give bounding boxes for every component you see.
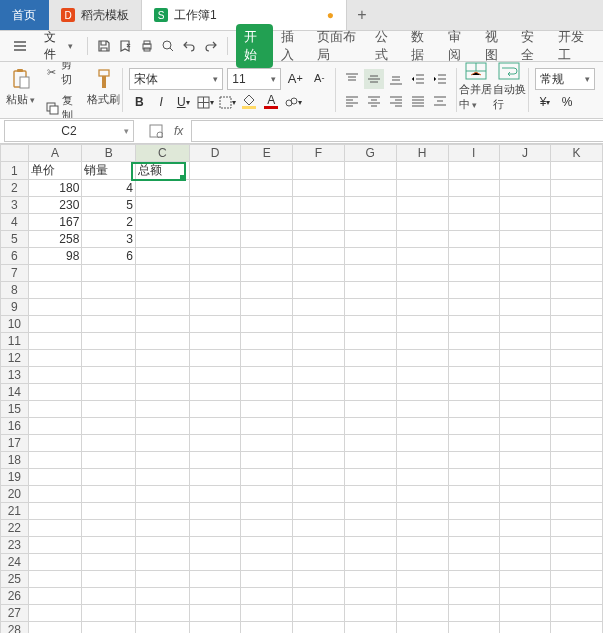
cell-E16[interactable]: [241, 418, 293, 435]
cell-F1[interactable]: [293, 162, 345, 180]
cell-F24[interactable]: [293, 554, 345, 571]
align-left-button[interactable]: [342, 91, 362, 111]
cell-H20[interactable]: [396, 486, 448, 503]
cell-C25[interactable]: [136, 571, 190, 588]
cell-H11[interactable]: [396, 333, 448, 350]
cell-G9[interactable]: [344, 299, 396, 316]
cell-H4[interactable]: [396, 214, 448, 231]
cell-C26[interactable]: [136, 588, 190, 605]
print-preview-button[interactable]: [159, 36, 176, 56]
cell-B15[interactable]: [82, 401, 136, 418]
cell-C17[interactable]: [136, 435, 190, 452]
cell-A16[interactable]: [28, 418, 82, 435]
merge-center-button[interactable]: 合并居中: [459, 64, 493, 110]
cell-H28[interactable]: [396, 622, 448, 634]
row-header-2[interactable]: 2: [1, 180, 29, 197]
cell-G13[interactable]: [344, 367, 396, 384]
row-header-1[interactable]: 1: [1, 162, 29, 180]
cell-C20[interactable]: [136, 486, 190, 503]
cell-A17[interactable]: [28, 435, 82, 452]
decrease-indent-button[interactable]: [408, 69, 428, 89]
cell-G5[interactable]: [344, 231, 396, 248]
cell-D5[interactable]: [189, 231, 241, 248]
cell-A11[interactable]: [28, 333, 82, 350]
cell-H21[interactable]: [396, 503, 448, 520]
cell-G3[interactable]: [344, 197, 396, 214]
cell-I15[interactable]: [448, 401, 499, 418]
ribbon-tab-1[interactable]: 插入: [273, 24, 310, 68]
cell-D15[interactable]: [189, 401, 241, 418]
cell-J21[interactable]: [499, 503, 550, 520]
cell-A23[interactable]: [28, 537, 82, 554]
cell-J3[interactable]: [499, 197, 550, 214]
cell-C27[interactable]: [136, 605, 190, 622]
select-all-corner[interactable]: [1, 145, 29, 162]
percent-button[interactable]: %: [557, 92, 577, 112]
cell-H2[interactable]: [396, 180, 448, 197]
cell-E18[interactable]: [241, 452, 293, 469]
cell-E25[interactable]: [241, 571, 293, 588]
cell-K8[interactable]: [551, 282, 603, 299]
cell-A7[interactable]: [28, 265, 82, 282]
cell-H18[interactable]: [396, 452, 448, 469]
row-header-9[interactable]: 9: [1, 299, 29, 316]
cell-B8[interactable]: [82, 282, 136, 299]
cell-A26[interactable]: [28, 588, 82, 605]
cell-F25[interactable]: [293, 571, 345, 588]
align-bottom-button[interactable]: [386, 69, 406, 89]
cell-I8[interactable]: [448, 282, 499, 299]
undo-button[interactable]: [181, 36, 198, 56]
cell-A22[interactable]: [28, 520, 82, 537]
cell-E26[interactable]: [241, 588, 293, 605]
cell-B6[interactable]: 6: [82, 248, 136, 265]
cell-H14[interactable]: [396, 384, 448, 401]
cell-K23[interactable]: [551, 537, 603, 554]
cell-D27[interactable]: [189, 605, 241, 622]
cell-J23[interactable]: [499, 537, 550, 554]
cell-I11[interactable]: [448, 333, 499, 350]
cell-I12[interactable]: [448, 350, 499, 367]
cell-E14[interactable]: [241, 384, 293, 401]
cell-K22[interactable]: [551, 520, 603, 537]
cell-B3[interactable]: 5: [82, 197, 136, 214]
ribbon-tab-4[interactable]: 数据: [403, 24, 440, 68]
cell-A24[interactable]: [28, 554, 82, 571]
cell-G8[interactable]: [344, 282, 396, 299]
cell-B1[interactable]: 销量: [82, 162, 136, 180]
cell-J25[interactable]: [499, 571, 550, 588]
cell-J4[interactable]: [499, 214, 550, 231]
col-header-E[interactable]: E: [241, 145, 293, 162]
cell-G17[interactable]: [344, 435, 396, 452]
cell-E1[interactable]: [241, 162, 293, 180]
cell-G2[interactable]: [344, 180, 396, 197]
cell-E11[interactable]: [241, 333, 293, 350]
cell-D23[interactable]: [189, 537, 241, 554]
cell-E17[interactable]: [241, 435, 293, 452]
copy-button[interactable]: 复制: [42, 91, 83, 119]
ribbon-tab-2[interactable]: 页面布局: [309, 24, 366, 68]
cell-F16[interactable]: [293, 418, 345, 435]
align-middle-button[interactable]: [364, 69, 384, 89]
cell-G4[interactable]: [344, 214, 396, 231]
cell-K14[interactable]: [551, 384, 603, 401]
cell-G15[interactable]: [344, 401, 396, 418]
cell-A6[interactable]: 98: [28, 248, 82, 265]
cell-C22[interactable]: [136, 520, 190, 537]
cell-C4[interactable]: [136, 214, 190, 231]
cell-F20[interactable]: [293, 486, 345, 503]
cell-F5[interactable]: [293, 231, 345, 248]
row-header-13[interactable]: 13: [1, 367, 29, 384]
cell-D12[interactable]: [189, 350, 241, 367]
cell-F8[interactable]: [293, 282, 345, 299]
cell-B4[interactable]: 2: [82, 214, 136, 231]
cell-B16[interactable]: [82, 418, 136, 435]
increase-indent-button[interactable]: [430, 69, 450, 89]
cell-H9[interactable]: [396, 299, 448, 316]
fill-color-button[interactable]: [239, 92, 259, 112]
cell-F6[interactable]: [293, 248, 345, 265]
col-header-B[interactable]: B: [82, 145, 136, 162]
underline-button[interactable]: U▾: [173, 92, 193, 112]
cell-F2[interactable]: [293, 180, 345, 197]
cell-J20[interactable]: [499, 486, 550, 503]
cell-J15[interactable]: [499, 401, 550, 418]
